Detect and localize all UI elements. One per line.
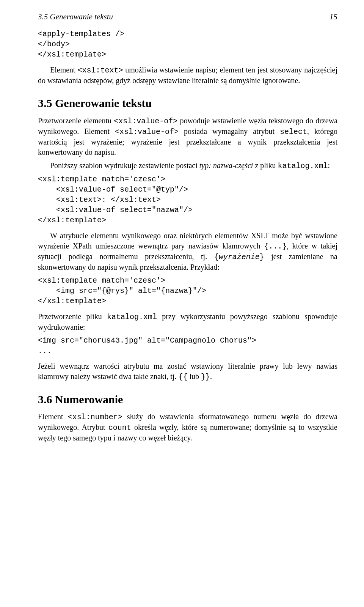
inline-code: <xsl:value-of> [114, 117, 177, 126]
paragraph-5: Przetworzenie pliku katalog.xml przy wyk… [38, 311, 337, 332]
section-heading-3-5: 3.5 Generowanie tekstu [38, 96, 337, 111]
code-block-2: <xsl:template match='czesc'> <xsl:value-… [38, 174, 337, 225]
text: Poniższy szablon wydrukuje zestawienie p… [50, 161, 199, 170]
inline-code: {{ [178, 373, 187, 381]
header-left: 3.5 Generowanie tekstu [38, 11, 113, 22]
inline-code: }} [201, 373, 210, 381]
inline-code: <xsl:number> [68, 413, 122, 421]
text: . [210, 372, 212, 381]
inline-code: <xsl:value-of> [115, 127, 179, 136]
running-header: 3.5 Generowanie tekstu 15 [38, 11, 337, 22]
text: posiada wymagalny atrybut [179, 127, 280, 135]
page: 3.5 Generowanie tekstu 15 <apply-templat… [0, 0, 364, 607]
inline-code: {...} [264, 242, 287, 251]
inline-code: } [260, 253, 264, 261]
text: Przetworzenie elementu [38, 116, 114, 125]
paragraph-4: W atrybucie elementu wynikowego oraz nie… [38, 231, 337, 272]
text: : [328, 161, 330, 170]
text: lub [187, 372, 201, 381]
inline-code: { [214, 253, 219, 261]
page-number: 15 [329, 11, 337, 22]
emphasis: typ: nazwa-części [199, 161, 253, 170]
paragraph-3: Poniższy szablon wydrukuje zestawienie p… [38, 160, 337, 171]
text: Przetworzenie pliku [38, 312, 107, 321]
code-block-3: <xsl:template match='czesc'> <img src="{… [38, 275, 337, 306]
code-block-1: <apply-templates /> </body> </xsl:templa… [38, 29, 337, 60]
inline-code: katalog.xml [107, 313, 157, 321]
inline-code: <xsl:text> [77, 66, 123, 75]
paragraph-7: Element <xsl:number> służy do wstawienia… [38, 412, 337, 443]
inline-code: select [280, 127, 307, 136]
text: z pliku [253, 161, 278, 170]
paragraph-6: Jeżeli wewnątrz wartości atrybutu ma zos… [38, 361, 337, 382]
paragraph-1: Element <xsl:text> umożliwia wstawienie … [38, 65, 337, 86]
section-heading-3-6: 3.6 Numerowanie [38, 392, 337, 407]
inline-code: count [108, 423, 131, 432]
code-block-4: <img src="chorus43.jpg" alt="Campagnolo … [38, 335, 337, 356]
text: Element [38, 412, 68, 421]
inline-code-emph: wyrażenie [219, 253, 260, 261]
text: Element [50, 66, 77, 74]
inline-code: katalog.xml [278, 162, 328, 170]
paragraph-2: Przetworzenie elementu <xsl:value-of> po… [38, 116, 337, 157]
